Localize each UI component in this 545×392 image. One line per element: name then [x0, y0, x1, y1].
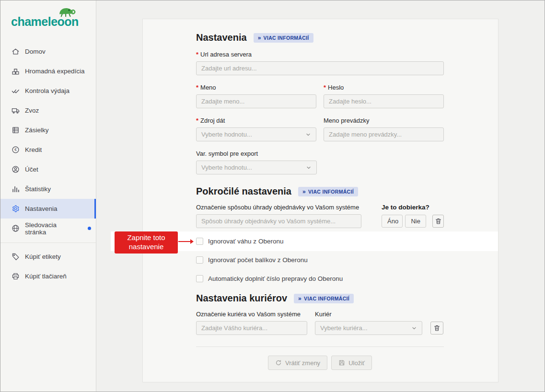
payment-method-label: Označenie spôsobu úhrady objednávky vo V…	[196, 204, 359, 211]
double-chevron-icon: »	[302, 189, 306, 195]
auto-fill-tracking-checkbox[interactable]	[196, 275, 203, 282]
settings-card: Nastavenia » VIAC INFORMÁCIÍ * Url adres…	[142, 19, 499, 382]
ignore-parcel-count-label: Ignorovať počet balíkov z Oberonu	[208, 256, 308, 264]
sidebar-item-kontrola-vydaja[interactable]: Kontrola výdaja	[0, 81, 96, 101]
double-chevron-icon: »	[298, 296, 301, 301]
sidebar-item-label: Sledovacia stránka	[25, 221, 79, 236]
name-field: * Meno	[196, 84, 316, 108]
delete-payment-button[interactable]	[432, 215, 444, 228]
data-source-placeholder: Vyberte hodnotu...	[201, 131, 252, 138]
ignore-weight-row: Zapnite toto nastavenie Ignorovať váhu z…	[196, 238, 444, 245]
source-row: * Zdroj dát Vyberte hodnotu... Meno prev…	[196, 117, 444, 141]
url-field: * Url adresa servera	[196, 51, 444, 75]
sidebar-item-zvoz[interactable]: Zvoz	[0, 101, 96, 120]
payment-labels-row: Označenie spôsobu úhrady objednávky vo V…	[196, 204, 444, 211]
user-icon	[12, 165, 20, 173]
sidebar-divider	[0, 242, 96, 243]
sidebar-item-sledovacia-stranka[interactable]: Sledovacia stránka	[0, 219, 96, 238]
chevron-down-icon	[411, 325, 417, 331]
password-input[interactable]	[324, 94, 444, 108]
sidebar-item-statistiky[interactable]: Štatistiky	[0, 179, 96, 199]
refresh-icon	[275, 359, 282, 366]
data-source-field: * Zdroj dát Vyberte hodnotu...	[196, 117, 316, 141]
more-info-label: VIAC INFORMÁCIÍ	[308, 189, 354, 195]
branch-name-field: Meno prevádzky	[324, 117, 444, 141]
advanced-section-header: Pokročilé nastavenia » VIAC INFORMÁCIÍ	[196, 186, 444, 197]
revert-button[interactable]: Vrátiť zmeny	[268, 356, 327, 370]
cod-yes-button[interactable]: Áno	[382, 215, 403, 228]
double-chevron-icon: »	[258, 35, 261, 41]
brand-logo[interactable]: chameleoon	[0, 0, 96, 42]
payment-row: Áno Nie	[196, 214, 444, 228]
sidebar-nav: Domov Hromadná expedícia Kontrola výdaja…	[0, 42, 96, 286]
branch-name-input[interactable]	[324, 127, 444, 141]
chevron-down-icon	[306, 165, 312, 171]
shipments-icon	[12, 126, 20, 134]
sidebar-item-ucet[interactable]: Účet	[0, 160, 96, 179]
sidebar-item-label: Nastavenia	[25, 205, 58, 212]
sidebar-item-label: Kúpiť tlačiareň	[25, 273, 67, 280]
sidebar-item-kredit[interactable]: € Kredit	[0, 140, 96, 160]
courier-name-input[interactable]	[196, 321, 307, 335]
ignore-parcel-count-checkbox[interactable]	[196, 256, 203, 264]
ignore-parcel-count-row: Ignorovať počet balíkov z Oberonu	[196, 256, 444, 264]
save-label: Uložiť	[348, 359, 365, 367]
name-label: Meno	[200, 84, 216, 91]
more-info-label: VIAC INFORMÁCIÍ	[264, 35, 309, 41]
sidebar-item-domov[interactable]: Domov	[0, 42, 96, 61]
ignore-weight-checkbox[interactable]	[196, 238, 203, 245]
more-info-badge[interactable]: » VIAC INFORMÁCIÍ	[254, 33, 313, 43]
data-source-select[interactable]: Vyberte hodnotu...	[196, 127, 316, 141]
couriers-title: Nastavenia kuriérov	[196, 293, 287, 304]
url-label: Url adresa servera	[200, 51, 252, 58]
settings-title: Nastavenia	[196, 32, 247, 43]
footer-divider	[196, 346, 444, 347]
svg-text:€: €	[14, 147, 17, 152]
callout-arrow-icon	[178, 241, 191, 242]
courier-label: Kuriér	[315, 311, 332, 318]
revert-label: Vrátiť zmeny	[285, 359, 320, 367]
more-info-badge[interactable]: » VIAC INFORMÁCIÍ	[294, 294, 354, 303]
delete-courier-button[interactable]	[430, 322, 443, 334]
printer-icon	[12, 272, 20, 280]
save-button[interactable]: Uložiť	[331, 356, 372, 370]
required-marker: *	[324, 84, 326, 91]
more-info-badge[interactable]: » VIAC INFORMÁCIÍ	[298, 187, 358, 196]
payment-method-input[interactable]	[196, 214, 361, 228]
more-info-label: VIAC INFORMÁCIÍ	[304, 296, 349, 301]
var-symbol-label: Var. symbol pre export	[196, 150, 258, 157]
sidebar-item-kupit-tlaciaren[interactable]: Kúpiť tlačiareň	[0, 266, 96, 286]
sidebar-item-label: Hromadná expedícia	[25, 68, 85, 75]
save-icon	[338, 359, 345, 366]
url-input[interactable]	[196, 61, 444, 75]
chevron-down-icon	[305, 132, 311, 138]
courier-select[interactable]: Vyberte kuriéra...	[315, 321, 422, 335]
sidebar-item-label: Kúpiť etikety	[25, 253, 61, 260]
required-marker: *	[196, 117, 198, 124]
cod-no-button[interactable]: Nie	[405, 215, 426, 228]
gear-icon	[12, 205, 20, 213]
name-input[interactable]	[196, 94, 316, 108]
auto-fill-tracking-label: Automaticky doplniť číslo prepravy do Ob…	[208, 275, 343, 282]
sidebar-item-label: Zvoz	[25, 107, 39, 114]
branch-name-label: Meno prevádzky	[324, 117, 369, 124]
sidebar-item-kupit-etikety[interactable]: Kúpiť etikety	[0, 247, 96, 266]
sidebar-item-label: Kredit	[25, 146, 42, 153]
bulk-shipping-icon	[12, 67, 20, 75]
var-symbol-select[interactable]: Vyberte hodnotu...	[196, 161, 317, 174]
euro-icon: €	[12, 146, 20, 154]
globe-icon	[12, 224, 20, 232]
sidebar-item-label: Štatistiky	[25, 185, 51, 193]
chameleon-icon	[54, 4, 79, 18]
settings-section-header: Nastavenia » VIAC INFORMÁCIÍ	[196, 32, 444, 43]
courier-placeholder: Vyberte kuriéra...	[320, 324, 368, 332]
main-area: Nastavenia » VIAC INFORMÁCIÍ * Url adres…	[96, 0, 545, 392]
sidebar-item-nastavenia[interactable]: Nastavenia	[0, 199, 96, 219]
var-symbol-placeholder: Vyberte hodnotu...	[201, 164, 252, 171]
sidebar: chameleoon Domov Hromadná expedícia Kont…	[0, 0, 96, 392]
callout-tooltip: Zapnite toto nastavenie	[115, 231, 178, 254]
sidebar-item-zasielky[interactable]: Zásielky	[0, 120, 96, 140]
sidebar-item-hromadna-expedicia[interactable]: Hromadná expedícia	[0, 61, 96, 81]
courier-labels-row: Označenie kuriéra vo Vašom systéme Kurié…	[196, 311, 444, 318]
tag-icon	[12, 253, 20, 261]
